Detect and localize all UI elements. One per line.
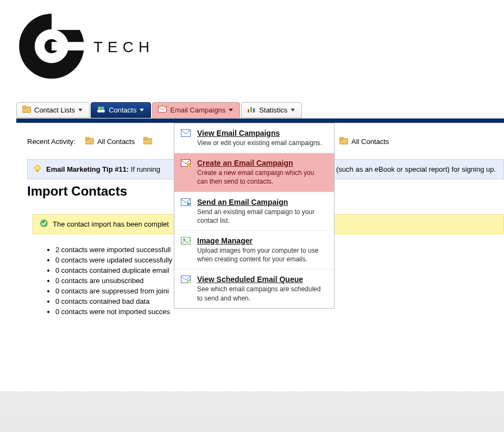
people-icon [97,105,105,115]
tab-contact-lists[interactable]: Contact Lists [16,102,90,118]
dd-desc: Send an existing email campaign to your … [197,208,326,225]
dd-desc: See which email campaigns are scheduled … [197,285,326,302]
recent-item-folder-2[interactable] [143,137,152,146]
logo-text: TECH [93,39,154,56]
header: TECH [0,0,504,98]
dd-view-scheduled-queue[interactable]: View Scheduled Email Queue See which ema… [174,270,334,308]
svg-point-8 [101,107,104,110]
tip-fragment-left: If running [131,165,160,173]
list-item: 0 contacts are suppressed from joini [55,287,172,295]
tab-label: Statistics [259,106,287,114]
dd-desc: View or edit your existing email campaig… [197,139,326,147]
svg-rect-19 [181,237,191,244]
folder-icon [85,137,94,146]
dd-title: View Email Campaigns [197,129,326,137]
chevron-down-icon [78,109,83,111]
chevron-down-icon [291,109,295,111]
svg-rect-14 [181,130,191,137]
image-icon [181,237,191,246]
list-item: 0 contacts are unsubscribed [55,277,172,285]
tab-label: Contacts [109,106,136,114]
dd-title: Send an Email Campaign [197,198,326,206]
svg-rect-13 [253,108,255,112]
svg-point-16 [187,164,191,167]
folder-icon [143,137,152,146]
dd-title: Image Manager [197,236,326,245]
recent-item-all-contacts-2[interactable]: All Contacts [339,137,389,146]
list-item: 0 contacts were not imported succes [55,308,172,316]
tip-text-left: Email Marketing Tip #11: If running [46,165,160,173]
svg-rect-6 [23,105,26,108]
svg-rect-10 [159,107,167,112]
dd-send-email-campaign[interactable]: Send an Email Campaign Send an existing … [174,192,334,231]
logo: TECH [16,11,488,83]
tab-email-campaigns[interactable]: Email Campaigns [152,102,240,118]
folder-icon [22,105,31,115]
svg-rect-4 [52,11,87,30]
svg-rect-25 [86,137,89,140]
svg-rect-27 [144,137,147,140]
tab-label: Contact Lists [34,106,75,114]
dd-create-email-campaign[interactable]: Create an Email Campaign Create a new em… [174,153,334,192]
dd-image-manager[interactable]: Image Manager Upload images from your co… [174,231,334,270]
app-root: TECH Contact Lists Contacts Email Campai… [0,0,504,391]
page-title: Import Contacts [27,184,127,199]
list-item: 0 contacts contained duplicate email [55,266,172,274]
svg-point-7 [98,107,101,110]
chevron-down-icon [140,109,144,111]
envelope-arrow-icon [181,198,191,208]
email-campaigns-dropdown: View Email Campaigns View or edit your e… [174,123,335,309]
svg-point-20 [183,239,185,241]
lightbulb-icon [33,164,42,174]
svg-rect-9 [97,110,105,112]
bar-chart-icon [247,105,256,115]
chevron-down-icon [229,109,233,111]
nav-strip [16,118,504,123]
envelope-icon [181,129,191,139]
svg-rect-3 [52,42,87,51]
logo-mark-icon [16,11,87,83]
recent-item-label: All Contacts [97,137,135,146]
check-circle-icon [40,219,48,229]
recent-label: Recent Activity: [27,137,75,146]
dd-desc: Upload images from your computer to use … [197,246,326,264]
envelope-icon [158,106,167,114]
dd-title: View Scheduled Email Queue [197,275,326,284]
svg-rect-31 [36,170,39,172]
list-item: 2 contacts were imported successfull [55,246,172,254]
tab-contacts[interactable]: Contacts [91,102,151,118]
svg-rect-11 [248,109,249,112]
dd-title: Create an Email Campaign [197,159,326,167]
envelope-plus-icon [181,159,191,168]
envelope-clock-icon [181,276,191,285]
dd-view-email-campaigns[interactable]: View Email Campaigns View or edit your e… [174,123,334,153]
list-item: 0 contacts were updated successfully [55,256,172,264]
tip-text-right: (such as an eBook or special report) for… [336,165,496,173]
tab-statistics[interactable]: Statistics [241,102,302,118]
tip-label: Email Marketing Tip #11: [46,165,129,173]
svg-point-30 [35,165,40,171]
folder-icon [339,137,348,146]
recent-item-label: All Contacts [351,137,389,146]
main-nav: Contact Lists Contacts Email Campaigns S… [16,102,303,118]
import-result-list: 2 contacts were imported successfull 0 c… [42,243,172,318]
recent-item-all-contacts-1[interactable]: All Contacts [85,137,135,146]
svg-point-32 [40,220,48,227]
svg-rect-12 [250,107,252,112]
tab-label: Email Campaigns [170,106,225,114]
dd-desc: Create a new email campaign which you ca… [197,168,326,186]
svg-rect-17 [181,198,191,205]
svg-rect-29 [340,137,343,140]
success-text: The contact import has been complet [53,220,169,228]
list-item: 0 contacts contained bad data [55,297,172,305]
